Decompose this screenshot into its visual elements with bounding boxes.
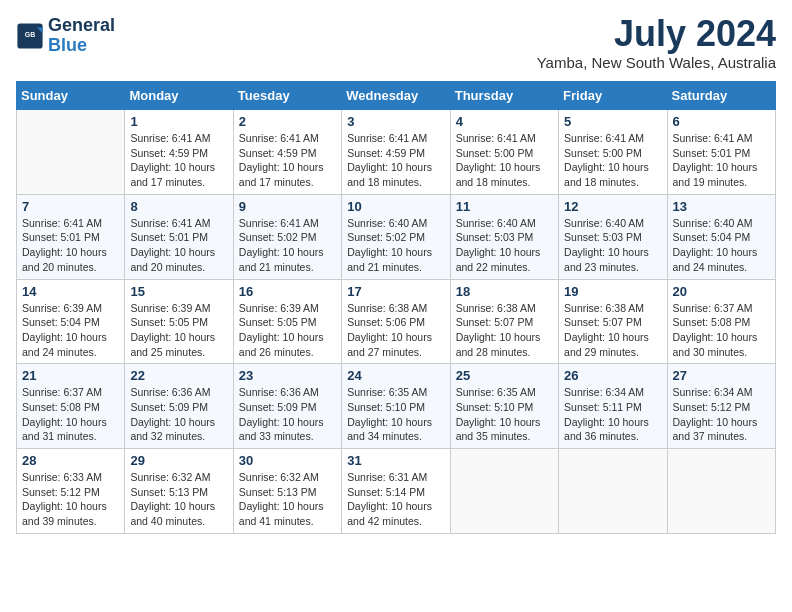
calendar-cell: 19Sunrise: 6:38 AM Sunset: 5:07 PM Dayli… — [559, 279, 667, 364]
day-info: Sunrise: 6:40 AM Sunset: 5:03 PM Dayligh… — [456, 216, 553, 275]
calendar-cell: 10Sunrise: 6:40 AM Sunset: 5:02 PM Dayli… — [342, 194, 450, 279]
weekday-header-saturday: Saturday — [667, 82, 775, 110]
calendar-cell: 27Sunrise: 6:34 AM Sunset: 5:12 PM Dayli… — [667, 364, 775, 449]
calendar-cell — [450, 449, 558, 534]
day-info: Sunrise: 6:32 AM Sunset: 5:13 PM Dayligh… — [239, 470, 336, 529]
day-info: Sunrise: 6:41 AM Sunset: 5:00 PM Dayligh… — [564, 131, 661, 190]
day-number: 6 — [673, 114, 770, 129]
calendar-cell: 5Sunrise: 6:41 AM Sunset: 5:00 PM Daylig… — [559, 110, 667, 195]
day-info: Sunrise: 6:35 AM Sunset: 5:10 PM Dayligh… — [456, 385, 553, 444]
day-info: Sunrise: 6:38 AM Sunset: 5:06 PM Dayligh… — [347, 301, 444, 360]
calendar-cell: 11Sunrise: 6:40 AM Sunset: 5:03 PM Dayli… — [450, 194, 558, 279]
day-info: Sunrise: 6:40 AM Sunset: 5:04 PM Dayligh… — [673, 216, 770, 275]
day-number: 3 — [347, 114, 444, 129]
calendar-cell: 13Sunrise: 6:40 AM Sunset: 5:04 PM Dayli… — [667, 194, 775, 279]
calendar-cell: 15Sunrise: 6:39 AM Sunset: 5:05 PM Dayli… — [125, 279, 233, 364]
day-info: Sunrise: 6:40 AM Sunset: 5:02 PM Dayligh… — [347, 216, 444, 275]
day-info: Sunrise: 6:38 AM Sunset: 5:07 PM Dayligh… — [564, 301, 661, 360]
calendar-cell: 17Sunrise: 6:38 AM Sunset: 5:06 PM Dayli… — [342, 279, 450, 364]
day-number: 22 — [130, 368, 227, 383]
day-number: 21 — [22, 368, 119, 383]
location-subtitle: Yamba, New South Wales, Australia — [537, 54, 776, 71]
calendar-cell: 20Sunrise: 6:37 AM Sunset: 5:08 PM Dayli… — [667, 279, 775, 364]
page-header: GB General Blue July 2024 Yamba, New Sou… — [16, 16, 776, 71]
calendar-cell: 7Sunrise: 6:41 AM Sunset: 5:01 PM Daylig… — [17, 194, 125, 279]
logo-line1: General — [48, 16, 115, 36]
calendar-cell: 29Sunrise: 6:32 AM Sunset: 5:13 PM Dayli… — [125, 449, 233, 534]
weekday-header-wednesday: Wednesday — [342, 82, 450, 110]
calendar-cell: 25Sunrise: 6:35 AM Sunset: 5:10 PM Dayli… — [450, 364, 558, 449]
day-number: 23 — [239, 368, 336, 383]
day-info: Sunrise: 6:36 AM Sunset: 5:09 PM Dayligh… — [130, 385, 227, 444]
calendar-cell: 8Sunrise: 6:41 AM Sunset: 5:01 PM Daylig… — [125, 194, 233, 279]
day-info: Sunrise: 6:32 AM Sunset: 5:13 PM Dayligh… — [130, 470, 227, 529]
calendar-week-row: 28Sunrise: 6:33 AM Sunset: 5:12 PM Dayli… — [17, 449, 776, 534]
day-number: 18 — [456, 284, 553, 299]
logo-icon: GB — [16, 22, 44, 50]
day-number: 24 — [347, 368, 444, 383]
calendar-week-row: 14Sunrise: 6:39 AM Sunset: 5:04 PM Dayli… — [17, 279, 776, 364]
calendar-week-row: 1Sunrise: 6:41 AM Sunset: 4:59 PM Daylig… — [17, 110, 776, 195]
day-number: 15 — [130, 284, 227, 299]
calendar-cell — [559, 449, 667, 534]
day-number: 9 — [239, 199, 336, 214]
calendar-cell: 18Sunrise: 6:38 AM Sunset: 5:07 PM Dayli… — [450, 279, 558, 364]
calendar-cell: 1Sunrise: 6:41 AM Sunset: 4:59 PM Daylig… — [125, 110, 233, 195]
month-year-title: July 2024 — [537, 16, 776, 52]
calendar-cell: 3Sunrise: 6:41 AM Sunset: 4:59 PM Daylig… — [342, 110, 450, 195]
day-number: 1 — [130, 114, 227, 129]
day-info: Sunrise: 6:39 AM Sunset: 5:05 PM Dayligh… — [239, 301, 336, 360]
day-number: 4 — [456, 114, 553, 129]
calendar-cell: 9Sunrise: 6:41 AM Sunset: 5:02 PM Daylig… — [233, 194, 341, 279]
calendar-cell — [667, 449, 775, 534]
day-number: 2 — [239, 114, 336, 129]
day-info: Sunrise: 6:34 AM Sunset: 5:12 PM Dayligh… — [673, 385, 770, 444]
calendar-cell: 22Sunrise: 6:36 AM Sunset: 5:09 PM Dayli… — [125, 364, 233, 449]
calendar-cell: 14Sunrise: 6:39 AM Sunset: 5:04 PM Dayli… — [17, 279, 125, 364]
day-number: 16 — [239, 284, 336, 299]
day-number: 28 — [22, 453, 119, 468]
calendar-week-row: 21Sunrise: 6:37 AM Sunset: 5:08 PM Dayli… — [17, 364, 776, 449]
day-info: Sunrise: 6:40 AM Sunset: 5:03 PM Dayligh… — [564, 216, 661, 275]
day-number: 19 — [564, 284, 661, 299]
day-info: Sunrise: 6:35 AM Sunset: 5:10 PM Dayligh… — [347, 385, 444, 444]
day-number: 5 — [564, 114, 661, 129]
weekday-header-friday: Friday — [559, 82, 667, 110]
day-info: Sunrise: 6:41 AM Sunset: 4:59 PM Dayligh… — [239, 131, 336, 190]
calendar-table: SundayMondayTuesdayWednesdayThursdayFrid… — [16, 81, 776, 534]
calendar-cell: 28Sunrise: 6:33 AM Sunset: 5:12 PM Dayli… — [17, 449, 125, 534]
calendar-cell: 4Sunrise: 6:41 AM Sunset: 5:00 PM Daylig… — [450, 110, 558, 195]
calendar-header-row: SundayMondayTuesdayWednesdayThursdayFrid… — [17, 82, 776, 110]
day-info: Sunrise: 6:37 AM Sunset: 5:08 PM Dayligh… — [22, 385, 119, 444]
weekday-header-monday: Monday — [125, 82, 233, 110]
calendar-cell: 21Sunrise: 6:37 AM Sunset: 5:08 PM Dayli… — [17, 364, 125, 449]
day-info: Sunrise: 6:41 AM Sunset: 5:01 PM Dayligh… — [130, 216, 227, 275]
calendar-cell: 6Sunrise: 6:41 AM Sunset: 5:01 PM Daylig… — [667, 110, 775, 195]
calendar-cell: 16Sunrise: 6:39 AM Sunset: 5:05 PM Dayli… — [233, 279, 341, 364]
day-number: 26 — [564, 368, 661, 383]
day-number: 17 — [347, 284, 444, 299]
day-info: Sunrise: 6:41 AM Sunset: 4:59 PM Dayligh… — [347, 131, 444, 190]
calendar-cell: 23Sunrise: 6:36 AM Sunset: 5:09 PM Dayli… — [233, 364, 341, 449]
day-number: 8 — [130, 199, 227, 214]
day-number: 10 — [347, 199, 444, 214]
day-info: Sunrise: 6:38 AM Sunset: 5:07 PM Dayligh… — [456, 301, 553, 360]
day-number: 27 — [673, 368, 770, 383]
day-number: 7 — [22, 199, 119, 214]
weekday-header-thursday: Thursday — [450, 82, 558, 110]
day-info: Sunrise: 6:41 AM Sunset: 5:01 PM Dayligh… — [22, 216, 119, 275]
day-number: 13 — [673, 199, 770, 214]
weekday-header-sunday: Sunday — [17, 82, 125, 110]
day-number: 14 — [22, 284, 119, 299]
calendar-cell: 30Sunrise: 6:32 AM Sunset: 5:13 PM Dayli… — [233, 449, 341, 534]
day-number: 11 — [456, 199, 553, 214]
day-info: Sunrise: 6:39 AM Sunset: 5:04 PM Dayligh… — [22, 301, 119, 360]
day-info: Sunrise: 6:41 AM Sunset: 5:02 PM Dayligh… — [239, 216, 336, 275]
day-info: Sunrise: 6:41 AM Sunset: 5:01 PM Dayligh… — [673, 131, 770, 190]
day-info: Sunrise: 6:33 AM Sunset: 5:12 PM Dayligh… — [22, 470, 119, 529]
calendar-cell: 12Sunrise: 6:40 AM Sunset: 5:03 PM Dayli… — [559, 194, 667, 279]
logo-line2: Blue — [48, 36, 115, 56]
day-number: 29 — [130, 453, 227, 468]
day-number: 30 — [239, 453, 336, 468]
calendar-week-row: 7Sunrise: 6:41 AM Sunset: 5:01 PM Daylig… — [17, 194, 776, 279]
